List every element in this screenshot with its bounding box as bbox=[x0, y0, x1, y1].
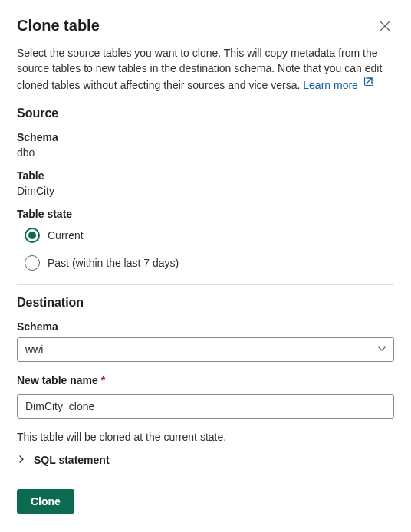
radio-indicator-icon bbox=[25, 228, 40, 243]
section-divider bbox=[17, 284, 394, 285]
source-table-value: DimCity bbox=[17, 185, 394, 197]
dialog-description: Select the source tables you want to clo… bbox=[17, 46, 394, 93]
source-schema-label: Schema bbox=[17, 131, 394, 143]
source-heading: Source bbox=[17, 107, 394, 120]
new-table-name-label: New table name * bbox=[17, 374, 394, 386]
radio-label-past: Past (within the last 7 days) bbox=[48, 257, 179, 269]
table-state-radio-group: Current Past (within the last 7 days) bbox=[17, 228, 394, 271]
clone-button[interactable]: Clone bbox=[17, 489, 74, 514]
radio-option-current[interactable]: Current bbox=[25, 228, 394, 243]
chevron-right-icon bbox=[17, 454, 26, 466]
new-table-name-input[interactable] bbox=[17, 394, 394, 419]
radio-indicator-icon bbox=[25, 255, 40, 271]
sql-statement-expander[interactable]: SQL statement bbox=[17, 454, 394, 466]
source-schema-value: dbo bbox=[17, 146, 394, 159]
close-button[interactable] bbox=[376, 17, 394, 35]
radio-option-past[interactable]: Past (within the last 7 days) bbox=[25, 255, 394, 271]
destination-schema-label: Schema bbox=[17, 320, 394, 333]
destination-schema-select[interactable]: wwi bbox=[17, 337, 394, 362]
source-table-label: Table bbox=[17, 169, 394, 182]
dialog-title: Clone table bbox=[17, 17, 100, 34]
destination-heading: Destination bbox=[17, 296, 394, 310]
required-indicator: * bbox=[101, 374, 105, 386]
learn-more-link[interactable]: Learn more bbox=[303, 79, 360, 91]
sql-statement-label: SQL statement bbox=[34, 454, 110, 466]
external-link-icon bbox=[363, 76, 374, 91]
close-icon bbox=[379, 20, 391, 32]
table-state-label: Table state bbox=[17, 208, 394, 220]
clone-status-text: This table will be cloned at the current… bbox=[17, 431, 394, 443]
radio-label-current: Current bbox=[48, 229, 84, 241]
